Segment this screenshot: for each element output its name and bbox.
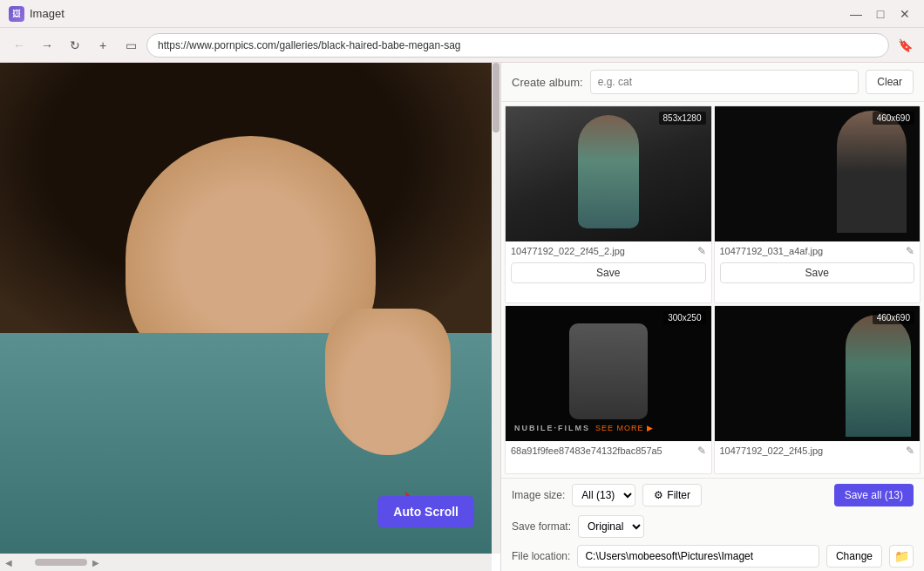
dim-badge-2: 460x690 xyxy=(873,112,914,125)
change-button[interactable]: Change xyxy=(826,545,882,568)
album-bar: Create album: Clear xyxy=(501,63,924,102)
image-card-2: 460x690 10477192_031_a4af.jpg ✎ Save xyxy=(714,105,921,303)
nubile-text: NUBILE·FILMS xyxy=(514,424,590,432)
image-size-select[interactable]: All (13) xyxy=(572,484,635,506)
save-format-label: Save format: xyxy=(512,520,571,533)
album-input[interactable] xyxy=(590,70,859,94)
thumb-bg-3: NUBILE·FILMS SEE MORE ▶ xyxy=(506,306,711,441)
image-card-3: NUBILE·FILMS SEE MORE ▶ 300x250 68a91f9f… xyxy=(505,305,712,475)
format-select[interactable]: Original xyxy=(578,515,644,538)
image-card-1: 853x1280 10477192_022_2f45_2.jpg ✎ Save xyxy=(505,105,712,303)
horizontal-scrollbar[interactable]: ◀ ▶ xyxy=(0,554,492,571)
image-name-2: 10477192_031_a4af.jpg xyxy=(720,246,903,256)
photo-background xyxy=(0,63,500,554)
addressbar: ← → ↻ + ▭ 🔖 xyxy=(0,28,924,63)
thumb-bg-4 xyxy=(715,306,921,441)
dim-badge-3: 300x250 xyxy=(663,311,705,324)
image-size-row: Image size: All (13) ⚙ Filter Save all (… xyxy=(501,479,924,512)
file-location-input[interactable] xyxy=(577,545,819,568)
thumb-bg-2 xyxy=(715,106,921,241)
image-footer-4: 10477192_022_2f45.jpg ✎ xyxy=(715,441,921,460)
filter-label: Filter xyxy=(667,489,690,501)
main-content: ➤ Auto Scroll ◀ ▶ Create album: Clear xyxy=(0,63,924,571)
file-location-label: File location: xyxy=(512,550,570,562)
filter-icon: ⚙ xyxy=(654,489,663,501)
refresh-button[interactable]: ↻ xyxy=(63,33,87,58)
nubile-overlay: NUBILE·FILMS SEE MORE ▶ xyxy=(514,424,654,432)
close-button[interactable]: ✕ xyxy=(894,3,915,24)
thumb-person-2 xyxy=(837,111,907,233)
image-name-3: 68a91f9fee87483e74132fbac857a5 xyxy=(511,445,694,456)
image-footer-1: 10477192_022_2f45_2.jpg ✎ xyxy=(506,241,711,261)
auto-scroll-label: Auto Scroll xyxy=(393,505,459,519)
edit-icon-2[interactable]: ✎ xyxy=(906,245,914,257)
new-tab-button[interactable]: + xyxy=(91,33,115,58)
thumb-person-4 xyxy=(846,315,911,437)
scrollbar-thumb-h[interactable] xyxy=(35,559,87,566)
bookmark-button[interactable]: 🔖 xyxy=(893,33,917,58)
window-controls: — □ ✕ xyxy=(846,3,915,24)
save-button-1[interactable]: Save xyxy=(511,262,706,283)
see-more-text: SEE MORE ▶ xyxy=(595,424,654,432)
location-row: File location: Change 📁 xyxy=(501,541,924,571)
hand-area xyxy=(325,309,451,456)
app-icon: 🖼 xyxy=(9,6,24,22)
image-thumb-2: 460x690 xyxy=(715,106,921,241)
clear-button[interactable]: Clear xyxy=(866,70,914,94)
forward-button[interactable]: → xyxy=(35,33,59,58)
dim-badge-1: 853x1280 xyxy=(659,112,706,125)
save-all-button[interactable]: Save all (13) xyxy=(834,484,914,506)
edit-icon-4[interactable]: ✎ xyxy=(906,445,914,457)
filter-button[interactable]: ⚙ Filter xyxy=(642,484,702,506)
image-name-4: 10477192_022_2f45.jpg xyxy=(720,445,903,456)
titlebar: 🖼 Imaget — □ ✕ xyxy=(0,0,924,28)
back-button[interactable]: ← xyxy=(7,33,31,58)
bottom-controls: Image size: All (13) ⚙ Filter Save all (… xyxy=(501,478,924,571)
edit-icon-3[interactable]: ✎ xyxy=(697,445,706,457)
image-thumb-1: 853x1280 xyxy=(506,106,711,241)
image-card-4: 460x690 10477192_022_2f45.jpg ✎ xyxy=(714,305,921,475)
app-title: Imaget xyxy=(30,7,846,20)
images-grid: 853x1280 10477192_022_2f45_2.jpg ✎ Save … xyxy=(501,102,924,478)
thumb-person-1 xyxy=(578,115,639,228)
minimize-button[interactable]: — xyxy=(846,3,866,24)
save-button-2[interactable]: Save xyxy=(720,262,915,283)
vertical-scrollbar[interactable] xyxy=(492,63,500,554)
maximize-button[interactable]: □ xyxy=(870,3,891,24)
browser-button[interactable]: ▭ xyxy=(119,33,143,58)
image-footer-3: 68a91f9fee87483e74132fbac857a5 ✎ xyxy=(506,441,711,460)
scrollbar-thumb-v[interactable] xyxy=(493,63,499,133)
webpage-panel: ➤ Auto Scroll ◀ ▶ xyxy=(0,63,501,571)
format-row: Save format: Original xyxy=(501,512,924,541)
webpage-preview: ➤ Auto Scroll xyxy=(0,63,500,554)
image-thumb-3: NUBILE·FILMS SEE MORE ▶ 300x250 xyxy=(506,306,711,441)
scroll-left-arrow[interactable]: ◀ xyxy=(0,554,17,571)
thumb-bg-1 xyxy=(506,106,711,241)
scroll-right-arrow[interactable]: ▶ xyxy=(87,554,105,571)
right-panel: Create album: Clear 853x1280 10477192_02… xyxy=(501,63,924,571)
image-size-label: Image size: xyxy=(512,489,565,501)
auto-scroll-button[interactable]: Auto Scroll xyxy=(377,496,474,527)
edit-icon-1[interactable]: ✎ xyxy=(697,245,706,257)
image-thumb-4: 460x690 xyxy=(715,306,921,441)
album-label: Create album: xyxy=(512,76,583,89)
dim-badge-4: 460x690 xyxy=(873,311,914,324)
thumb-person-3 xyxy=(569,323,648,419)
folder-icon-button[interactable]: 📁 xyxy=(889,545,914,568)
image-footer-2: 10477192_031_a4af.jpg ✎ xyxy=(715,241,921,261)
address-input[interactable] xyxy=(146,33,889,58)
image-name-1: 10477192_022_2f45_2.jpg xyxy=(511,246,694,256)
